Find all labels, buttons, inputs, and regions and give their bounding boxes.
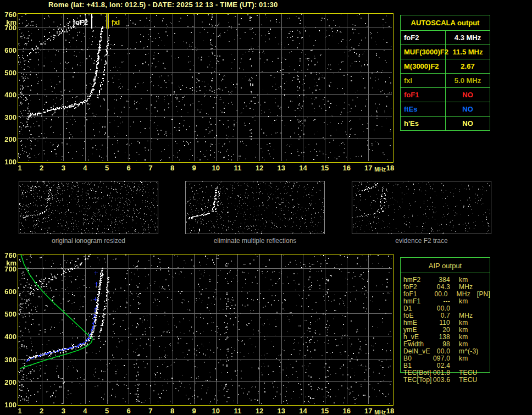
param-value: NO bbox=[446, 117, 490, 130]
ionogram-canvas-autoscaled bbox=[18, 14, 392, 161]
page-title: Rome (lat: +41.8, lon: 012.5) - DATE: 20… bbox=[48, 1, 278, 9]
y-axis-tick-label: 500 bbox=[1, 311, 16, 318]
thumbnail-original-ionogram bbox=[19, 181, 158, 234]
param-label: ftEs bbox=[401, 102, 446, 116]
y-axis-tick-label: 200 bbox=[1, 379, 16, 386]
aip-row-unit: km bbox=[459, 355, 468, 362]
x-axis-tick-label: 5 bbox=[101, 407, 113, 414]
y-axis-tick-label: 300 bbox=[1, 114, 16, 121]
thumbnail-canvas bbox=[352, 181, 491, 234]
param-value: 2.67 bbox=[446, 59, 490, 73]
x-axis-tick-label: 3 bbox=[57, 407, 69, 414]
aip-row-val: 003.6 bbox=[433, 377, 450, 384]
y-axis-tick-label: 600 bbox=[1, 288, 16, 295]
x-axis-tick-label: 18 bbox=[384, 407, 396, 414]
y-axis-unit-label: km bbox=[1, 259, 16, 267]
y-axis-tick-label: 500 bbox=[1, 69, 16, 76]
table-row-muf3000f2: MUF(3000)F2 11.5 MHz bbox=[401, 45, 490, 59]
y-axis-tick-label: 760 bbox=[1, 11, 16, 18]
table-row-foF2: foF2 4.3 MHz bbox=[401, 31, 490, 45]
param-value: NO bbox=[446, 88, 490, 102]
x-axis-tick-label: 7 bbox=[145, 407, 157, 414]
table-row-m3000f2: M(3000)F2 2.67 bbox=[401, 59, 490, 74]
x-axis-tick-label: 11 bbox=[231, 407, 243, 414]
thumbnail-caption: evidence F2 trace bbox=[352, 237, 491, 245]
param-value: 5.0 MHz bbox=[446, 74, 490, 87]
x-axis-tick-label: 2 bbox=[36, 164, 48, 171]
aip-table-title: AIP output bbox=[401, 258, 490, 269]
aip-output-table: AIP output hmF2384kmfoF204.3MHzfoF100.0M… bbox=[400, 257, 490, 373]
x-axis-tick-label: 10 bbox=[210, 407, 222, 414]
x-axis-tick-label: 5 bbox=[101, 164, 113, 171]
x-axis-tick-label: 15 bbox=[319, 164, 331, 171]
table-row-foF1: foF1 NO bbox=[401, 88, 490, 102]
x-axis-tick-label: 2 bbox=[36, 407, 48, 414]
x-axis-tick-label: 6 bbox=[123, 407, 135, 414]
x-axis-tick-label: 12 bbox=[253, 407, 265, 414]
aip-row-note: [PN] bbox=[477, 291, 490, 298]
aip-header-divider bbox=[401, 273, 490, 273]
param-value: 4.3 MHz bbox=[446, 31, 490, 45]
aip-row-unit: km bbox=[459, 298, 468, 305]
param-label: M(3000)F2 bbox=[401, 59, 446, 73]
aip-row-TEC-Top-: TEC[Top]003.6TECU bbox=[403, 377, 490, 384]
thumbnail-evidence-f2-trace bbox=[352, 181, 491, 234]
x-axis-tick-label: 16 bbox=[341, 407, 353, 414]
x-axis-unit-label: MHz bbox=[374, 410, 386, 415]
y-axis-tick-label: 600 bbox=[1, 47, 16, 54]
table-row-hEs: h'Es NO bbox=[401, 117, 490, 130]
param-value: NO bbox=[446, 102, 490, 116]
ionogram-plot-autoscaled bbox=[18, 13, 394, 163]
table-row-ftEs: ftEs NO bbox=[401, 102, 490, 117]
x-axis-tick-label: 4 bbox=[79, 164, 91, 171]
x-axis-tick-label: 13 bbox=[275, 407, 287, 414]
x-axis-tick-label: 4 bbox=[79, 407, 91, 414]
x-axis-tick-label: 14 bbox=[297, 407, 309, 414]
ionogram-canvas-profile bbox=[18, 254, 392, 404]
x-axis-tick-label: 3 bbox=[57, 164, 69, 171]
x-axis-tick-label: 1 bbox=[14, 164, 26, 171]
param-label: foF1 bbox=[401, 88, 446, 102]
x-axis-tick-label: 1 bbox=[14, 407, 26, 414]
x-axis-tick-label: 13 bbox=[275, 164, 287, 171]
x-axis-unit-label: MHz bbox=[374, 167, 386, 173]
thumbnail-canvas bbox=[19, 181, 158, 234]
table-row-fxI: fxI 5.0 MHz bbox=[401, 74, 490, 88]
x-axis-tick-label: 8 bbox=[167, 407, 179, 414]
param-value: 11.5 MHz bbox=[446, 45, 490, 59]
param-label: fxI bbox=[401, 74, 446, 87]
y-axis-unit-label: km bbox=[1, 19, 16, 26]
autoscala-output-table: AUTOSCALA output foF2 4.3 MHz MUF(3000)F… bbox=[400, 15, 490, 131]
param-label: foF2 bbox=[401, 31, 446, 45]
thumbnail-caption: eliminate multiple reflections bbox=[185, 237, 325, 245]
x-axis-tick-label: 18 bbox=[384, 164, 396, 171]
y-axis-tick-label: 400 bbox=[1, 333, 16, 340]
x-axis-tick-label: 9 bbox=[188, 407, 200, 414]
x-axis-tick-label: 10 bbox=[210, 164, 222, 171]
param-label: h'Es bbox=[401, 117, 446, 130]
autoscala-table-title: AUTOSCALA output bbox=[401, 15, 490, 31]
param-label: MUF(3000)F2 bbox=[401, 45, 446, 59]
thumbnail-caption: original ionogram resized bbox=[19, 237, 158, 245]
x-axis-tick-label: 6 bbox=[123, 164, 135, 171]
aip-row-name: TEC[Top] bbox=[403, 377, 433, 384]
x-axis-tick-label: 11 bbox=[231, 164, 243, 171]
x-axis-tick-label: 7 bbox=[145, 164, 157, 171]
y-axis-tick-label: 400 bbox=[1, 91, 16, 98]
y-axis-tick-label: 200 bbox=[1, 136, 16, 143]
y-axis-tick-label: 760 bbox=[1, 252, 16, 259]
x-axis-tick-label: 17 bbox=[362, 164, 374, 171]
x-axis-tick-label: 15 bbox=[319, 407, 331, 414]
thumbnail-canvas bbox=[186, 181, 324, 234]
y-axis-tick-label: 300 bbox=[1, 356, 16, 363]
ionogram-plot-profile bbox=[18, 254, 394, 406]
x-axis-tick-label: 12 bbox=[253, 164, 265, 171]
aip-rows: hmF2384kmfoF204.3MHzfoF100.0MHz[PN]hmF1-… bbox=[403, 276, 490, 384]
x-axis-tick-label: 14 bbox=[297, 164, 309, 171]
x-axis-tick-label: 17 bbox=[362, 407, 374, 414]
autoscala-output-screen: Rome (lat: +41.8, lon: 012.5) - DATE: 20… bbox=[0, 0, 532, 415]
aip-row-unit: TECU bbox=[459, 377, 477, 384]
thumbnail-eliminate-reflections bbox=[185, 181, 325, 234]
x-axis-tick-label: 9 bbox=[188, 164, 200, 171]
x-axis-tick-label: 8 bbox=[167, 164, 179, 171]
